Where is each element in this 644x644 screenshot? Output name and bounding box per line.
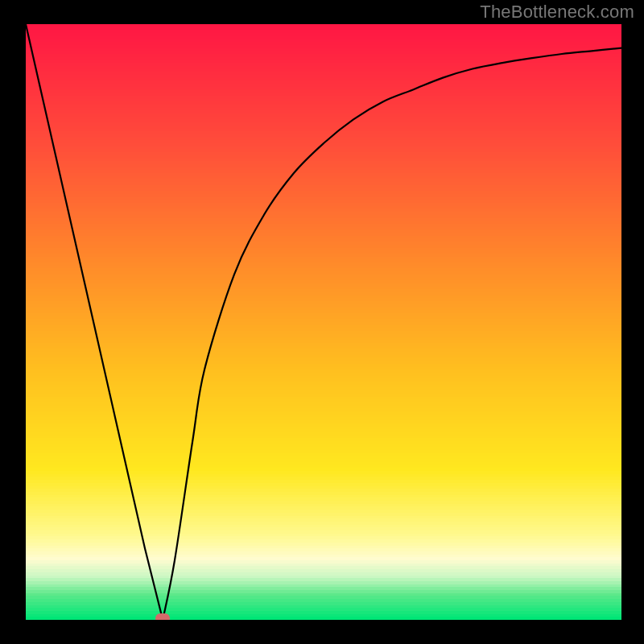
curve-path [26, 24, 621, 620]
bottleneck-curve [26, 24, 621, 620]
chart-frame: TheBottleneck.com [0, 0, 644, 644]
attribution-text: TheBottleneck.com [480, 2, 634, 23]
optimum-marker [155, 613, 170, 620]
plot-area [26, 24, 621, 620]
